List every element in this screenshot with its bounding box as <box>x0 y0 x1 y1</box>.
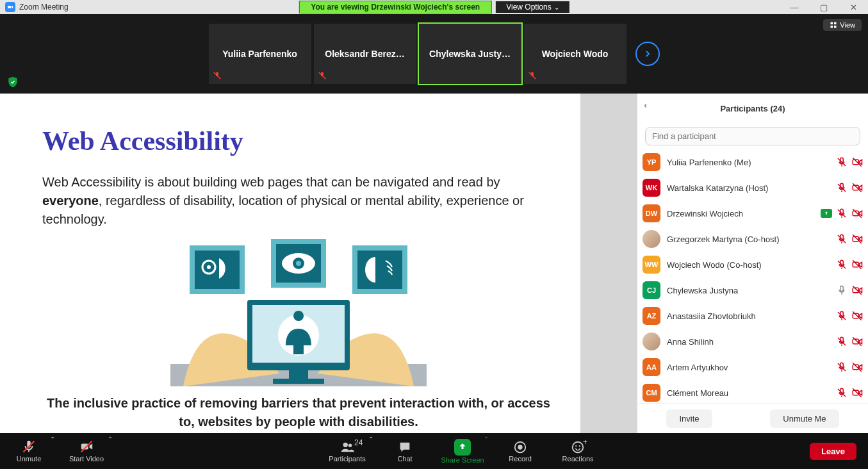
avatar: DW <box>643 204 660 222</box>
unmute-button[interactable]: ⌃ Unmute <box>0 433 58 469</box>
mic-muted-icon <box>836 361 848 373</box>
participant-search-input[interactable] <box>645 127 860 145</box>
participants-button[interactable]: 24 ⌃ Participants <box>318 433 376 469</box>
avatar <box>643 333 660 350</box>
avatar: WK <box>643 179 660 197</box>
camera-off-icon <box>851 284 863 296</box>
avatar: CJ <box>643 281 660 299</box>
mic-muted-icon <box>836 387 848 399</box>
slide-heading: Web Accessibility <box>42 126 555 156</box>
mic-muted-icon <box>836 336 848 347</box>
participants-list[interactable]: YPYuliia Parfenenko (Me)WKWartalska Kata… <box>637 149 868 403</box>
screen-share-banner: You are viewing Drzewinski Wojciech's sc… <box>299 1 492 13</box>
svg-rect-21 <box>357 251 402 289</box>
participant-row[interactable]: CMClément Moreau <box>643 380 863 403</box>
record-button[interactable]: Record <box>491 433 549 469</box>
camera-off-icon <box>851 310 863 322</box>
video-tile[interactable]: Yuliia Parfenenko <box>209 24 311 84</box>
encryption-shield-icon[interactable] <box>6 76 19 88</box>
svg-point-43 <box>579 445 580 447</box>
avatar: YP <box>643 153 660 171</box>
avatar <box>643 230 660 248</box>
slide-paragraph: Web Accessibility is about building web … <box>42 173 555 229</box>
view-options-dropdown[interactable]: View Options⌄ <box>496 1 569 13</box>
svg-point-40 <box>518 445 522 449</box>
svg-rect-1 <box>831 22 833 25</box>
participant-name: Wojciech Wodo (Co-host) <box>667 260 830 270</box>
svg-rect-2 <box>834 22 837 25</box>
window-maximize-button[interactable]: ▢ <box>809 0 839 14</box>
svg-rect-12 <box>195 251 240 289</box>
muted-mic-icon <box>213 71 222 80</box>
participant-row[interactable]: Grzegorzek Martyna (Co-host) <box>643 226 863 252</box>
chevron-up-icon[interactable]: ⌃ <box>484 436 489 443</box>
chevron-up-icon[interactable]: ⌃ <box>50 436 55 443</box>
participant-row[interactable]: DWDrzewinski Wojciech <box>643 201 863 226</box>
participant-name: Wartalska Katarzyna (Host) <box>667 183 830 193</box>
meeting-toolbar: ⌃ Unmute ⌃ Start Video 24 ⌃ Participants… <box>0 433 868 469</box>
video-tile[interactable]: Oleksandr Berez… <box>314 24 416 84</box>
chevron-up-icon[interactable]: ⌃ <box>368 436 373 443</box>
title-bar: Zoom Meeting You are viewing Drzewinski … <box>0 0 868 14</box>
mic-unmuted-icon <box>836 284 848 296</box>
muted-mic-icon <box>528 71 537 80</box>
screen-sharing-icon <box>821 209 832 218</box>
participant-row[interactable]: WWWojciech Wodo (Co-host) <box>643 252 863 277</box>
mic-muted-icon <box>836 156 848 168</box>
participant-row[interactable]: YPYuliia Parfenenko (Me) <box>643 149 863 175</box>
muted-mic-icon <box>318 71 327 80</box>
camera-off-icon <box>851 182 863 193</box>
zoom-app-icon <box>5 2 15 12</box>
accessibility-illustration <box>170 239 427 386</box>
svg-point-41 <box>573 441 584 452</box>
participants-header: ⌄ Participants (24) <box>637 94 868 123</box>
participant-row[interactable]: AAArtem Artyukhov <box>643 354 863 380</box>
participant-row[interactable]: WKWartalska Katarzyna (Host) <box>643 175 863 201</box>
start-video-button[interactable]: ⌃ Start Video <box>58 433 115 469</box>
svg-point-42 <box>575 445 577 447</box>
participant-name: Chylewska Justyna <box>667 286 830 295</box>
view-layout-button[interactable]: View <box>823 19 862 31</box>
window-minimize-button[interactable]: — <box>780 0 809 14</box>
svg-point-38 <box>348 443 352 447</box>
unmute-me-button[interactable]: Unmute Me <box>770 409 839 428</box>
svg-point-19 <box>296 261 301 266</box>
chat-button[interactable]: Chat <box>376 433 434 469</box>
participant-name: Grzegorzek Martyna (Co-host) <box>667 234 830 244</box>
avatar: CM <box>643 384 660 402</box>
participant-name: Yuliia Parfenenko (Me) <box>667 158 830 167</box>
panel-collapse-icon[interactable]: ⌄ <box>643 103 651 109</box>
share-screen-button[interactable]: ⌃ Share Screen <box>434 433 491 469</box>
svg-rect-9 <box>273 379 324 384</box>
participant-name: Anastasiia Zhovtobriukh <box>667 311 830 321</box>
chevron-up-icon[interactable]: ⌃ <box>108 436 113 443</box>
camera-off-icon <box>851 336 863 347</box>
svg-point-37 <box>343 442 348 447</box>
reactions-button[interactable]: + Reactions <box>549 433 607 469</box>
shared-screen-content: Web Accessibility Web Accessibility is a… <box>0 94 637 433</box>
leave-button[interactable]: Leave <box>810 443 856 460</box>
participant-row[interactable]: AZAnastasiia Zhovtobriukh <box>643 303 863 329</box>
svg-rect-3 <box>831 26 833 28</box>
participant-row[interactable]: CJChylewska Justyna <box>643 277 863 303</box>
camera-off-icon <box>851 156 863 168</box>
video-tile[interactable]: Chylewska Justy… <box>419 24 521 84</box>
invite-button[interactable]: Invite <box>666 409 712 428</box>
mic-muted-icon <box>836 208 848 219</box>
mic-muted-icon <box>836 310 848 322</box>
participant-name: Anna Shilinh <box>667 337 830 347</box>
video-tile[interactable]: Wojciech Wodo <box>524 24 626 84</box>
mic-muted-icon <box>836 233 848 245</box>
video-gallery: View Yuliia ParfenenkoOleksandr Berez…Ch… <box>0 14 868 94</box>
mic-muted-icon <box>836 259 848 270</box>
mic-muted-icon <box>836 182 848 193</box>
participant-row[interactable]: Anna Shilinh <box>643 329 863 354</box>
svg-rect-4 <box>834 26 837 28</box>
shared-screen-padding <box>580 94 637 433</box>
gallery-next-button[interactable] <box>635 42 660 66</box>
slide-caption: The inclusive practice of removing barri… <box>42 394 555 431</box>
window-close-button[interactable]: ✕ <box>839 0 868 14</box>
participant-name: Clément Moreau <box>667 388 830 398</box>
avatar: AZ <box>643 307 660 325</box>
avatar: WW <box>643 256 660 274</box>
